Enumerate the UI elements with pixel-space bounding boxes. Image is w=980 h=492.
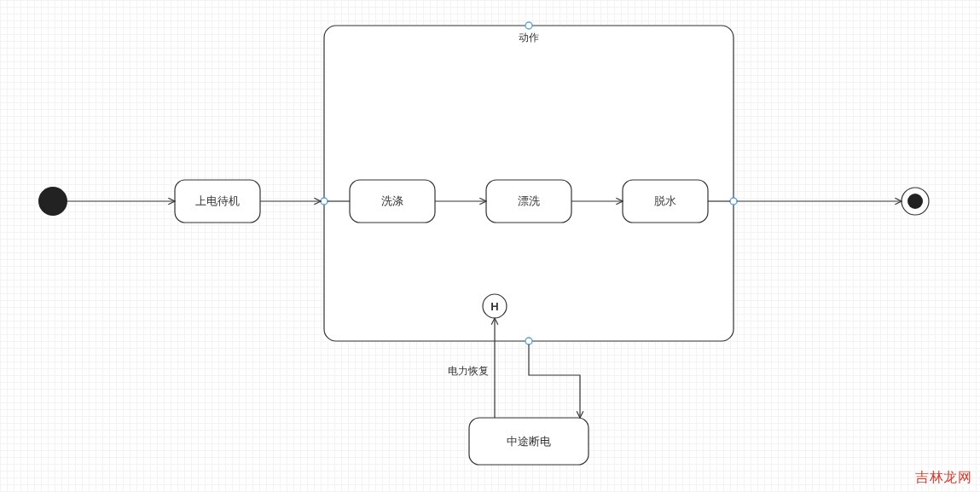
state-rinse-label: 漂洗	[518, 194, 540, 207]
state-wash[interactable]: 洗涤	[350, 180, 435, 223]
state-power-cut[interactable]: 中途断电	[469, 418, 589, 465]
state-wash-label: 洗涤	[381, 194, 403, 207]
state-rinse[interactable]: 漂洗	[486, 180, 571, 223]
state-standby-label: 上电待机	[195, 194, 240, 207]
diagram-canvas[interactable]: 动作 上电待机 洗涤 漂洗 脱水	[0, 0, 980, 492]
composite-state-title: 动作	[519, 32, 539, 43]
state-standby[interactable]: 上电待机	[175, 180, 260, 223]
edge-resume-label: 电力恢复	[448, 365, 489, 377]
port-icon	[730, 198, 737, 205]
port-icon	[525, 22, 532, 29]
state-spin[interactable]: 脱水	[623, 180, 708, 223]
history-state-label: H	[490, 300, 498, 313]
state-power-cut-label: 中途断电	[507, 435, 551, 448]
edge-container-to-powercut	[529, 344, 580, 418]
final-state[interactable]	[902, 188, 929, 215]
state-spin-label: 脱水	[654, 194, 676, 207]
port-icon	[321, 198, 328, 205]
history-state[interactable]: H	[483, 294, 507, 318]
initial-state[interactable]	[38, 187, 67, 216]
watermark-text: 吉林龙网	[915, 469, 971, 487]
svg-point-8	[908, 194, 923, 209]
svg-point-1	[38, 187, 67, 216]
port-icon	[525, 338, 532, 344]
